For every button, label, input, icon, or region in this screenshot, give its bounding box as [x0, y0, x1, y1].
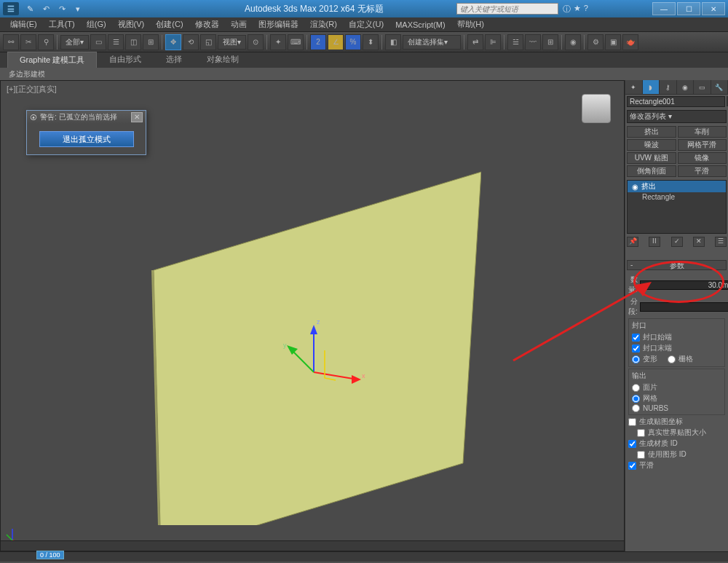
- dialog-close-button[interactable]: ✕: [131, 112, 143, 122]
- menu-views[interactable]: 视图(V): [112, 19, 151, 30]
- render-icon[interactable]: 🫖: [622, 34, 638, 50]
- scale-icon[interactable]: ◱: [200, 34, 216, 50]
- unlink-icon[interactable]: ✂: [20, 34, 36, 50]
- menu-customize[interactable]: 自定义(U): [343, 19, 389, 30]
- mod-btn-bevelprofile[interactable]: 倒角剖面: [627, 165, 676, 177]
- show-end-icon[interactable]: ⅠⅠ: [649, 237, 660, 247]
- tab-freeform[interactable]: 自由形式: [97, 51, 154, 68]
- select-icon[interactable]: ▭: [90, 34, 106, 50]
- mod-btn-smooth[interactable]: 平滑: [678, 165, 727, 177]
- menu-edit[interactable]: 编辑(E): [4, 19, 43, 30]
- favorite-icon[interactable]: ★: [574, 4, 581, 15]
- infocenter-icon[interactable]: ⓘ: [563, 4, 571, 15]
- maximize-button[interactable]: ☐: [677, 2, 700, 15]
- snap-2d-icon[interactable]: 2: [310, 34, 326, 50]
- scene-object-plane[interactable]: z x y: [139, 168, 481, 525]
- mod-btn-meshsmooth[interactable]: 网格平滑: [678, 139, 727, 151]
- move-icon[interactable]: ✥: [165, 34, 181, 50]
- time-slider[interactable]: 0 / 100: [0, 551, 728, 562]
- menu-modifiers[interactable]: 修改器: [189, 19, 225, 30]
- cmd-tab-create-icon[interactable]: ✦: [625, 80, 643, 94]
- material-editor-icon[interactable]: ◉: [565, 34, 581, 50]
- new-icon[interactable]: ✎: [23, 3, 36, 15]
- amount-field[interactable]: [640, 280, 728, 290]
- time-slider-thumb[interactable]: 0 / 100: [36, 551, 64, 559]
- smooth-checkbox[interactable]: [628, 462, 636, 470]
- mod-btn-uvwmap[interactable]: UVW 贴图: [627, 152, 676, 164]
- tab-paint[interactable]: 对象绘制: [194, 51, 251, 68]
- cmd-tab-utilities-icon[interactable]: 🔧: [711, 80, 729, 94]
- cmd-tab-modify-icon[interactable]: ◗: [643, 80, 660, 94]
- mod-btn-mirror[interactable]: 镜像: [678, 152, 727, 164]
- viewport-label[interactable]: [+][正交][真实]: [7, 84, 57, 95]
- menu-maxscript[interactable]: MAXScript(M): [389, 20, 451, 29]
- stack-item-rectangle[interactable]: Rectangle: [628, 192, 726, 202]
- manipulate-icon[interactable]: ✦: [270, 34, 286, 50]
- modifier-list-dropdown[interactable]: 修改器列表 ▾: [627, 110, 727, 123]
- patch-radio[interactable]: [632, 384, 640, 392]
- menu-group[interactable]: 组(G): [81, 19, 112, 30]
- menu-rendering[interactable]: 渲染(R): [304, 19, 343, 30]
- menu-create[interactable]: 创建(C): [150, 19, 189, 30]
- menu-tools[interactable]: 工具(T): [43, 19, 81, 30]
- keyboard-shortcut-icon[interactable]: ⌨: [288, 34, 304, 50]
- bind-icon[interactable]: ⚲: [38, 34, 54, 50]
- modifier-stack[interactable]: ◉ 挤出 Rectangle: [627, 180, 727, 234]
- stack-item-extrude[interactable]: ◉ 挤出: [628, 181, 726, 192]
- mesh-radio[interactable]: [632, 395, 640, 403]
- pivot-icon[interactable]: ⊙: [248, 34, 264, 50]
- window-crossing-icon[interactable]: ⊞: [143, 34, 159, 50]
- help-icon[interactable]: ?: [584, 4, 588, 15]
- viewport[interactable]: [+][正交][真实] ⦿ 警告: 已孤立的当前选择 ✕ 退出孤立模式: [0, 80, 625, 551]
- redo-icon[interactable]: ↷: [55, 3, 68, 15]
- cap-end-checkbox[interactable]: [632, 345, 640, 353]
- snap-angle-icon[interactable]: ∠: [328, 34, 344, 50]
- align-icon[interactable]: ⊫: [485, 34, 501, 50]
- menu-animation[interactable]: 动画: [225, 19, 253, 30]
- snap-percent-icon[interactable]: %: [345, 34, 361, 50]
- rollout-parameters-header[interactable]: 参数: [627, 260, 727, 270]
- bulb-icon[interactable]: ◉: [632, 183, 638, 191]
- selection-filter-dropdown[interactable]: 全部 ▾: [60, 35, 89, 50]
- menu-grapheditors[interactable]: 图形编辑器: [253, 19, 304, 30]
- nurbs-radio[interactable]: [632, 404, 640, 412]
- app-logo[interactable]: ☰: [3, 2, 19, 15]
- morph-radio[interactable]: [632, 355, 640, 363]
- close-button[interactable]: ✕: [702, 2, 725, 15]
- minimize-button[interactable]: —: [652, 2, 676, 15]
- remove-mod-icon[interactable]: ✕: [693, 237, 705, 247]
- object-name-field[interactable]: [627, 96, 725, 107]
- layers-icon[interactable]: ☱: [507, 34, 523, 50]
- qat-dropdown-icon[interactable]: ▾: [71, 3, 84, 15]
- curve-editor-icon[interactable]: 〰: [525, 34, 541, 50]
- mod-btn-noise[interactable]: 噪波: [627, 139, 676, 151]
- exit-isolate-button[interactable]: 退出孤立模式: [39, 131, 134, 147]
- named-selection-dropdown[interactable]: 创建选择集 ▾: [403, 35, 461, 50]
- cmd-tab-hierarchy-icon[interactable]: ⚷: [660, 80, 677, 94]
- gen-map-checkbox[interactable]: [628, 418, 636, 426]
- pin-stack-icon[interactable]: 📌: [627, 237, 638, 247]
- use-shape-checkbox[interactable]: [637, 451, 645, 459]
- mirror-icon[interactable]: ⇄: [467, 34, 483, 50]
- menu-help[interactable]: 帮助(H): [451, 19, 490, 30]
- select-region-icon[interactable]: ◫: [125, 34, 141, 50]
- mod-btn-extrude[interactable]: 挤出: [627, 126, 676, 138]
- undo-icon[interactable]: ↶: [39, 3, 52, 15]
- select-name-icon[interactable]: ☰: [108, 34, 124, 50]
- grid-radio[interactable]: [668, 355, 676, 363]
- rendered-frame-icon[interactable]: ▣: [605, 34, 621, 50]
- render-setup-icon[interactable]: ⚙: [587, 34, 604, 50]
- real-world-checkbox[interactable]: [637, 429, 645, 437]
- spinner-snap-icon[interactable]: ⬍: [363, 34, 379, 50]
- cmd-tab-display-icon[interactable]: ▭: [694, 80, 711, 94]
- tab-graphite[interactable]: Graphite 建模工具: [7, 52, 97, 68]
- configure-sets-icon[interactable]: ☰: [715, 237, 727, 247]
- link-icon[interactable]: ⚯: [3, 34, 19, 50]
- mod-btn-lathe[interactable]: 车削: [678, 126, 727, 138]
- viewport-scrollbar[interactable]: [1, 540, 624, 551]
- cap-start-checkbox[interactable]: [632, 334, 640, 342]
- gen-mat-checkbox[interactable]: [628, 440, 636, 448]
- cmd-tab-motion-icon[interactable]: ◉: [677, 80, 695, 94]
- view-cube[interactable]: [574, 87, 618, 130]
- ref-coord-dropdown[interactable]: 视图 ▾: [218, 35, 246, 50]
